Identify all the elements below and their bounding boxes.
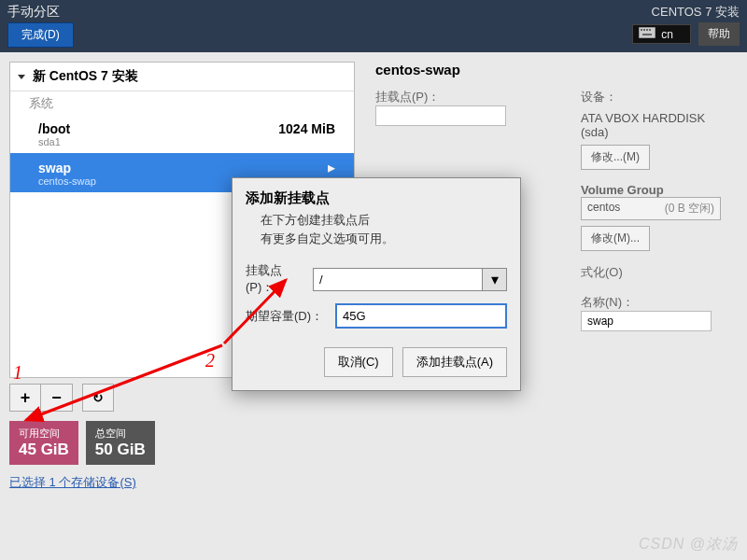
volume-group-select[interactable]: centos (0 B 空闲) <box>581 197 721 220</box>
done-button[interactable]: 完成(D) <box>7 22 74 48</box>
total-space-box: 总空间 50 GiB <box>86 421 155 465</box>
remove-partition-button[interactable]: − <box>41 384 73 412</box>
device-value: ATA VBOX HARDDISK (sda) <box>581 111 728 139</box>
reload-button[interactable]: ↻ <box>82 384 114 412</box>
svg-rect-4 <box>649 29 651 31</box>
volume-group-label: Volume Group <box>581 183 728 197</box>
device-label: 设备： <box>581 89 728 105</box>
dialog-cancel-button[interactable]: 取消(C) <box>324 347 393 377</box>
chevron-down-icon <box>18 75 25 79</box>
add-mount-point-dialog: 添加新挂载点 在下方创建挂载点后 有更多自定义选项可用。 挂载点(P)： ▾ 期… <box>232 177 521 391</box>
name-label: 名称(N)： <box>581 294 728 311</box>
dialog-capacity-input[interactable] <box>335 303 507 329</box>
detail-title: centos-swap <box>375 62 728 77</box>
modify-vg-button[interactable]: 修改(M)... <box>581 226 650 251</box>
dialog-mount-dropdown-button[interactable]: ▾ <box>483 268 507 291</box>
svg-rect-0 <box>639 27 655 38</box>
modify-device-button[interactable]: 修改...(M) <box>581 145 650 170</box>
svg-rect-5 <box>642 34 652 35</box>
tree-header[interactable]: 新 CentOS 7 安装 <box>10 63 354 91</box>
mount-point-input[interactable] <box>375 105 506 126</box>
top-bar: 手动分区 完成(D) CENTOS 7 安装 cn 帮助 <box>0 0 747 52</box>
system-group-label: 系统 <box>10 91 354 116</box>
format-label: 式化(O) <box>581 264 728 281</box>
dialog-title: 添加新挂载点 <box>233 178 520 211</box>
keyboard-lang: cn <box>661 28 673 41</box>
page-title: 手动分区 <box>7 4 74 21</box>
selected-arrow-icon: ▸ <box>328 159 335 176</box>
partition-item-boot[interactable]: /boot sda1 1024 MiB <box>10 116 354 153</box>
svg-rect-1 <box>641 29 642 31</box>
dialog-mount-label: 挂载点(P)： <box>246 262 303 296</box>
svg-rect-3 <box>646 29 648 31</box>
svg-rect-2 <box>643 29 645 31</box>
watermark: CSDN @浓汤 <box>639 535 738 554</box>
dialog-subtitle: 在下方创建挂载点后 有更多自定义选项可用。 <box>233 211 520 259</box>
name-input[interactable] <box>581 311 712 331</box>
help-button[interactable]: 帮助 <box>698 22 740 46</box>
keyboard-icon <box>639 27 655 41</box>
dialog-mount-input[interactable] <box>313 268 483 291</box>
add-partition-button[interactable]: + <box>9 384 41 412</box>
dialog-add-button[interactable]: 添加挂载点(A) <box>402 347 507 377</box>
chevron-down-icon: ▾ <box>491 271 499 288</box>
dialog-capacity-label: 期望容量(D)： <box>246 308 326 325</box>
storage-devices-link[interactable]: 已选择 1 个存储设备(S) <box>9 474 355 491</box>
mount-point-label: 挂载点(P)： <box>375 89 562 105</box>
available-space-box: 可用空间 45 GiB <box>9 421 78 465</box>
install-title: CENTOS 7 安装 <box>652 4 740 21</box>
keyboard-layout-selector[interactable]: cn <box>632 24 691 44</box>
